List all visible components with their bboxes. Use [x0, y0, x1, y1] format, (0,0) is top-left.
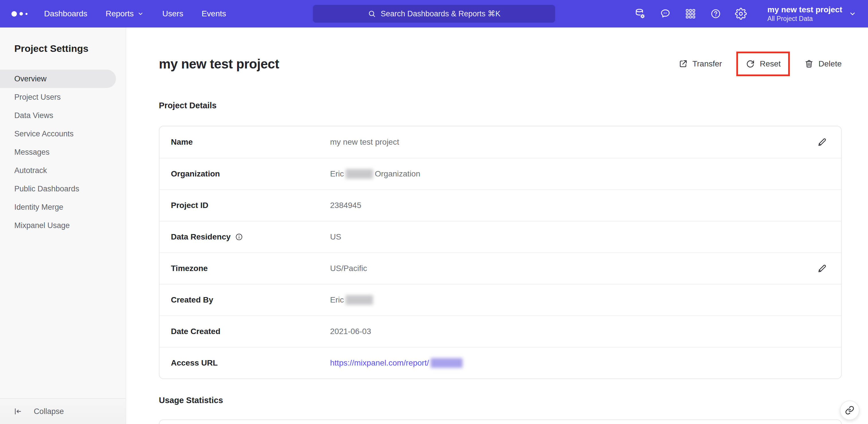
row-value: Organization [375, 169, 420, 178]
usage-statistics-title: Usage Statistics [159, 396, 842, 405]
settings-icon [735, 8, 747, 20]
nav-item-label: Users [162, 9, 183, 18]
sidebar-item-project-users[interactable]: Project Users [0, 88, 126, 106]
nav-item-label: Reports [106, 9, 134, 18]
sidebar-item-identity-merge[interactable]: Identity Merge [0, 198, 126, 216]
nav-item-events[interactable]: Events [202, 9, 226, 18]
row-label: Created By [171, 295, 213, 305]
chevron-down-icon [848, 10, 857, 18]
project-actions: Transfer Reset Delete [678, 52, 842, 76]
trash-icon [804, 59, 814, 69]
edit-timezone-button[interactable] [817, 263, 827, 274]
data-management-button[interactable] [634, 8, 646, 20]
primary-nav: Dashboards Reports Users Events [44, 9, 226, 18]
apps-grid-icon [685, 8, 696, 20]
sidebar-item-label: Overview [14, 75, 46, 83]
reset-label: Reset [760, 59, 781, 68]
redacted-text [431, 358, 463, 368]
data-management-icon [634, 8, 646, 20]
sidebar-item-service-accounts[interactable]: Service Accounts [0, 124, 126, 143]
link-icon [845, 405, 855, 415]
sidebar-item-label: Autotrack [14, 166, 47, 175]
row-label: Organization [171, 169, 220, 178]
transfer-label: Transfer [692, 59, 722, 68]
reset-button[interactable]: Reset [745, 59, 781, 69]
info-icon[interactable] [235, 233, 243, 241]
delete-button[interactable]: Delete [804, 59, 842, 69]
row-label: Timezone [171, 264, 208, 273]
help-icon [710, 8, 721, 20]
search-icon [368, 9, 376, 18]
sidebar-item-label: Messages [14, 148, 50, 157]
nav-item-label: Events [202, 9, 226, 18]
settings-button[interactable] [735, 8, 747, 20]
pencil-icon [817, 263, 827, 274]
page-title: my new test project [159, 56, 279, 72]
table-row-access-url: Access URL https://mixpanel.com/report/ [159, 347, 841, 378]
sidebar-item-label: Mixpanel Usage [14, 221, 70, 230]
mixpanel-logo-icon[interactable] [11, 11, 28, 17]
sidebar-item-public-dashboards[interactable]: Public Dashboards [0, 180, 126, 198]
pencil-icon [817, 137, 827, 147]
collapse-label: Collapse [34, 407, 64, 416]
chevron-down-icon [137, 10, 144, 17]
current-project-scope: All Project Data [768, 15, 842, 23]
sidebar-item-label: Public Dashboards [14, 185, 79, 193]
sidebar-item-label: Identity Merge [14, 203, 63, 212]
row-value: 2384945 [330, 201, 361, 210]
transfer-icon [678, 59, 688, 69]
apps-grid-button[interactable] [684, 8, 696, 20]
copy-link-button[interactable] [840, 400, 860, 420]
access-url-link[interactable]: https://mixpanel.com/report/ [330, 359, 429, 368]
sidebar-item-autotrack[interactable]: Autotrack [0, 161, 126, 180]
nav-item-dashboards[interactable]: Dashboards [44, 9, 87, 18]
redacted-text [345, 169, 373, 179]
table-row-created-by: Created By Eric [159, 284, 841, 315]
navbar-right-cluster: my new test project All Project Data [634, 5, 857, 23]
main-content: my new test project Transfer Reset [126, 28, 868, 424]
collapse-sidebar-button[interactable]: Collapse [0, 398, 126, 424]
row-value: US/Pacific [330, 264, 367, 273]
annotation-highlight-box: Reset [736, 52, 790, 76]
help-button[interactable] [710, 8, 722, 20]
nav-item-users[interactable]: Users [162, 9, 183, 18]
feedback-button[interactable] [659, 8, 671, 20]
table-row-date-created: Date Created 2021-06-03 [159, 315, 841, 347]
row-label: Project ID [171, 201, 209, 210]
table-row-data-residency: Data Residency US [159, 221, 841, 252]
sidebar-item-overview[interactable]: Overview [0, 69, 116, 88]
sidebar-item-data-views[interactable]: Data Views [0, 106, 126, 124]
usage-statistics-card [159, 419, 842, 424]
redacted-text [345, 295, 373, 305]
search-placeholder: Search Dashboards & Reports ⌘K [381, 9, 501, 18]
nav-item-reports[interactable]: Reports [106, 9, 144, 18]
row-value: 2021-06-03 [330, 327, 371, 336]
project-details-title: Project Details [159, 101, 842, 110]
row-label: Date Created [171, 327, 220, 336]
sidebar-item-label: Data Views [14, 111, 53, 120]
sidebar-item-label: Service Accounts [14, 130, 73, 138]
sidebar-item-messages[interactable]: Messages [0, 143, 126, 161]
nav-item-label: Dashboards [44, 9, 87, 18]
edit-name-button[interactable] [817, 137, 827, 147]
row-label: Name [171, 138, 193, 147]
sidebar-item-mixpanel-usage[interactable]: Mixpanel Usage [0, 216, 126, 235]
table-row-name: Name my new test project [159, 126, 841, 158]
search-input[interactable]: Search Dashboards & Reports ⌘K [313, 5, 555, 23]
reset-icon [745, 59, 755, 69]
sidebar-item-label: Project Users [14, 93, 61, 102]
feedback-icon [659, 8, 671, 20]
row-value: Eric [330, 295, 344, 305]
table-row-timezone: Timezone US/Pacific [159, 252, 841, 284]
transfer-button[interactable]: Transfer [678, 59, 722, 69]
row-label: Access URL [171, 359, 218, 368]
top-navbar: Dashboards Reports Users Events Search D… [0, 0, 868, 28]
table-row-project-id: Project ID 2384945 [159, 189, 841, 221]
delete-label: Delete [818, 59, 842, 68]
settings-sidebar: Project Settings Overview Project Users … [0, 28, 126, 424]
project-details-card: Name my new test project Organization Er… [159, 126, 842, 379]
project-switcher[interactable]: my new test project All Project Data [768, 5, 857, 23]
row-label: Data Residency [171, 232, 231, 242]
row-value: Eric [330, 169, 344, 178]
collapse-icon [13, 407, 22, 416]
